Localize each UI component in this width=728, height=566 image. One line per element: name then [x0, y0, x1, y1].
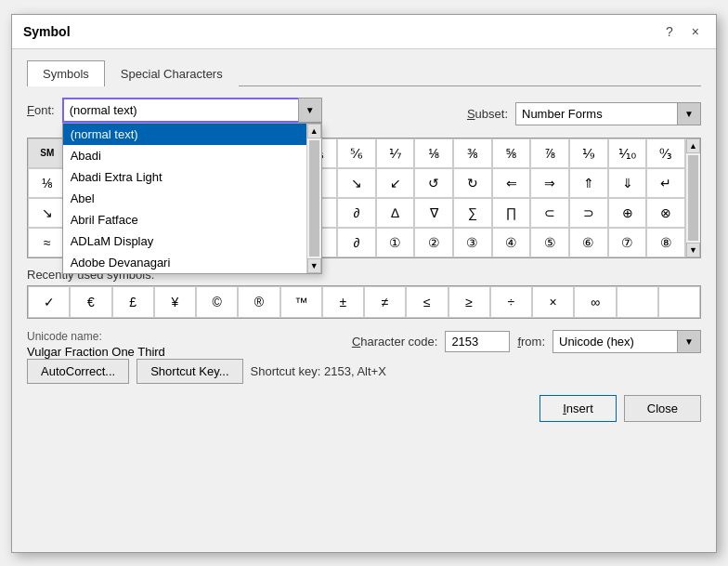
- rec-cell[interactable]: ≠: [364, 286, 406, 318]
- sym-cell[interactable]: ⅒: [608, 138, 647, 168]
- tab-special-characters[interactable]: Special Characters: [105, 60, 239, 86]
- tab-symbols[interactable]: Symbols: [27, 60, 105, 86]
- from-dropdown-wrapper: Unicode (hex) ▼: [552, 330, 701, 353]
- action-row: Insert Close: [27, 395, 701, 422]
- sym-cell[interactable]: ↘: [28, 198, 67, 228]
- subset-select[interactable]: Number Forms: [515, 102, 701, 125]
- sym-cell[interactable]: ⅑: [569, 138, 608, 168]
- rec-cell[interactable]: ≥: [448, 286, 490, 318]
- sym-cell[interactable]: ⅜: [453, 138, 492, 168]
- sym-cell[interactable]: ∂: [337, 198, 376, 228]
- sym-cell[interactable]: ↻: [453, 168, 492, 198]
- sym-cell[interactable]: ↺: [414, 168, 453, 198]
- sym-cell[interactable]: ②: [414, 228, 453, 257]
- rec-cell[interactable]: ¥: [154, 286, 196, 318]
- sym-cell[interactable]: ⊃: [569, 198, 608, 228]
- autocorrect-button[interactable]: AutoCorrect...: [27, 359, 129, 384]
- insert-button[interactable]: Insert: [540, 395, 617, 422]
- sym-cell[interactable]: ⅐: [376, 138, 415, 168]
- font-option-abel[interactable]: Abel: [63, 188, 306, 209]
- sym-cell[interactable]: ⅞: [530, 138, 569, 168]
- font-input[interactable]: [62, 98, 322, 123]
- font-option-abadi[interactable]: Abadi: [63, 145, 306, 166]
- title-bar-buttons: ? ×: [660, 22, 705, 41]
- subset-dropdown-wrapper: Number Forms ▼: [515, 102, 701, 125]
- sym-cell[interactable]: ∂: [337, 228, 376, 257]
- rec-cell[interactable]: ®: [238, 286, 280, 318]
- sym-cell[interactable]: ⑥: [569, 228, 608, 257]
- rec-cell[interactable]: ±: [322, 286, 364, 318]
- font-option-abril[interactable]: Abril Fatface: [63, 209, 306, 230]
- rec-cell[interactable]: [658, 286, 700, 318]
- subset-dropdown-arrow[interactable]: ▼: [677, 102, 701, 125]
- grid-scroll-thumb[interactable]: [688, 155, 698, 241]
- unicode-name-value: Vulgar Fraction One Third: [27, 345, 165, 359]
- rec-cell[interactable]: €: [70, 286, 111, 318]
- font-subset-row: Font: ▼ (normal text) Abadi Abadi Extra …: [27, 98, 701, 130]
- from-dropdown-arrow[interactable]: ▼: [677, 330, 701, 353]
- sym-cell[interactable]: ④: [492, 228, 531, 257]
- grid-scroll-up[interactable]: ▲: [686, 138, 700, 153]
- rec-cell[interactable]: £: [112, 286, 154, 318]
- sym-cell[interactable]: ⇑: [569, 168, 608, 198]
- rec-cell[interactable]: ©: [196, 286, 238, 318]
- shortcut-key-button[interactable]: Shortcut Key...: [136, 359, 242, 384]
- sym-cell[interactable]: ↵: [646, 168, 685, 198]
- font-option-adlam[interactable]: ADLaM Display: [63, 230, 306, 252]
- grid-header-sm: SM: [28, 138, 67, 168]
- sym-cell[interactable]: ↘: [337, 168, 376, 198]
- sym-cell[interactable]: ∏: [492, 198, 531, 228]
- rec-cell[interactable]: ÷: [490, 286, 532, 318]
- rec-cell[interactable]: ✓: [28, 286, 70, 318]
- sym-cell[interactable]: ∆: [376, 198, 415, 228]
- rec-cell[interactable]: [617, 286, 658, 318]
- rec-cell[interactable]: ×: [532, 286, 574, 318]
- sym-cell[interactable]: ≈: [28, 228, 67, 257]
- dialog-body: Symbols Special Characters Font: ▼ (norm…: [12, 49, 716, 433]
- unicode-name-label: Unicode name:: [27, 330, 165, 343]
- sym-cell[interactable]: ③: [453, 228, 492, 257]
- sym-cell[interactable]: ⊂: [530, 198, 569, 228]
- recently-used-grid: ✓ € £ ¥ © ® ™ ± ≠ ≤ ≥ ÷ × ∞: [27, 285, 701, 319]
- scroll-thumb[interactable]: [309, 140, 319, 257]
- info-right: Character code: from: Unicode (hex) ▼: [352, 330, 701, 353]
- sym-cell[interactable]: ⇓: [608, 168, 647, 198]
- grid-scroll-down[interactable]: ▼: [686, 243, 700, 257]
- help-button[interactable]: ?: [660, 22, 679, 41]
- font-dropdown-arrow[interactable]: ▼: [298, 98, 322, 123]
- sym-cell[interactable]: ⊗: [646, 198, 685, 228]
- sym-cell[interactable]: ⅛: [414, 138, 453, 168]
- font-dropdown-list: (normal text) Abadi Abadi Extra Light Ab…: [62, 123, 322, 274]
- rec-cell[interactable]: ∞: [574, 286, 616, 318]
- sym-cell[interactable]: ⇒: [530, 168, 569, 198]
- sym-cell[interactable]: ⇐: [492, 168, 531, 198]
- title-bar: Symbol ? ×: [12, 15, 716, 49]
- sym-cell[interactable]: ↙: [376, 168, 415, 198]
- font-dropdown-wrapper: ▼ (normal text) Abadi Abadi Extra Light …: [62, 98, 322, 123]
- scroll-up-arrow[interactable]: ▲: [307, 124, 321, 138]
- sym-cell[interactable]: ∇: [414, 198, 453, 228]
- sym-cell[interactable]: ⑤: [530, 228, 569, 257]
- sym-cell[interactable]: ⑦: [608, 228, 647, 257]
- sym-cell[interactable]: ⑧: [646, 228, 685, 257]
- tab-bar: Symbols Special Characters: [27, 60, 701, 86]
- sym-cell[interactable]: ①: [376, 228, 415, 257]
- rec-cell[interactable]: ≤: [406, 286, 448, 318]
- font-row: Font: ▼ (normal text) Abadi Abadi Extra …: [27, 98, 322, 123]
- sym-cell[interactable]: ⅝: [492, 138, 531, 168]
- charcode-input[interactable]: [445, 331, 510, 352]
- sym-cell[interactable]: ⅛: [28, 168, 67, 198]
- font-option-adobe[interactable]: Adobe Devanagari: [63, 252, 306, 273]
- sym-cell[interactable]: ↉: [646, 138, 685, 168]
- close-button[interactable]: ×: [686, 22, 705, 41]
- charcode-label: Character code:: [352, 335, 438, 349]
- sym-cell[interactable]: ∑: [453, 198, 492, 228]
- font-label: Font:: [27, 103, 55, 117]
- font-option-normal[interactable]: (normal text): [63, 124, 306, 145]
- sym-cell[interactable]: ⅚: [337, 138, 376, 168]
- scroll-down-arrow[interactable]: ▼: [307, 258, 321, 273]
- close-dialog-button[interactable]: Close: [624, 395, 701, 422]
- sym-cell[interactable]: ⊕: [608, 198, 647, 228]
- font-option-abadi-extra-light[interactable]: Abadi Extra Light: [63, 166, 306, 188]
- rec-cell[interactable]: ™: [280, 286, 322, 318]
